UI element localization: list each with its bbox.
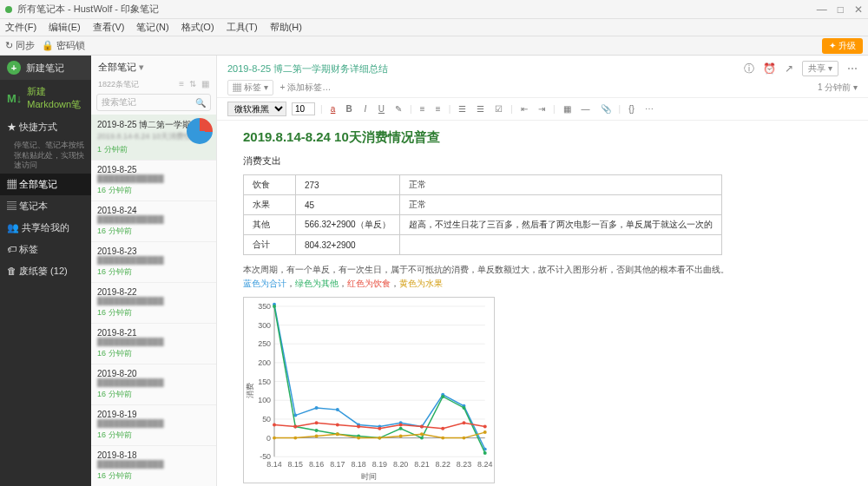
share-icon[interactable]: ↗ (785, 62, 793, 75)
svg-point-74 (483, 430, 487, 434)
font-select[interactable]: 微软雅黑 (227, 102, 286, 116)
note-list-item[interactable]: 2019-8-21████████████16 分钟前 (91, 324, 216, 364)
sidebar-notebooks[interactable]: ▤ 笔记本 (0, 195, 91, 217)
svg-point-57 (357, 425, 360, 429)
sidebar-trash[interactable]: 🗑 废纸篓 (12) (0, 260, 91, 282)
menu-item[interactable]: 笔记(N) (136, 21, 168, 34)
minimize-button[interactable]: — (817, 3, 827, 16)
svg-text:100: 100 (258, 396, 271, 404)
list-bullet-button[interactable]: ☰ (456, 103, 469, 115)
window-title: 所有笔记本 - HustWolf - 印象笔记 (17, 3, 817, 16)
svg-point-48 (399, 427, 403, 430)
new-markdown-button[interactable]: M↓ 新建Markdown笔 (0, 80, 91, 116)
svg-point-60 (420, 425, 424, 429)
tag-button[interactable]: ▦ 标签 ▾ (227, 80, 273, 95)
svg-point-69 (378, 437, 381, 440)
note-list-item[interactable]: 2019-8-22████████████16 分钟前 (91, 283, 216, 324)
upgrade-button[interactable]: ✦ 升级 (822, 38, 863, 54)
svg-text:200: 200 (258, 358, 271, 367)
svg-point-59 (399, 423, 403, 426)
menu-item[interactable]: 帮助(H) (270, 21, 302, 34)
add-tag-button[interactable]: + 添加标签… (280, 82, 332, 94)
svg-text:8.15: 8.15 (288, 460, 303, 469)
sidebar-shared[interactable]: 👥 共享给我的 (0, 217, 91, 239)
more-icon[interactable]: ⋯ (847, 62, 858, 75)
svg-point-70 (399, 434, 403, 437)
search-input[interactable]: 搜索笔记 🔍 (96, 94, 211, 111)
lock-button[interactable]: 🔒 密码锁 (42, 39, 85, 52)
table-button[interactable]: ▦ (561, 103, 574, 115)
highlight-button[interactable]: ✎ (392, 103, 404, 115)
svg-point-58 (378, 427, 381, 430)
svg-point-50 (441, 395, 444, 398)
reminder-icon[interactable]: ⏰ (763, 62, 776, 75)
svg-text:8.17: 8.17 (330, 460, 345, 469)
align-left-button[interactable]: ≡ (418, 103, 428, 115)
info-icon[interactable]: ⓘ (744, 62, 754, 76)
svg-point-56 (336, 423, 339, 426)
svg-point-67 (336, 432, 339, 436)
indent-out-button[interactable]: ⇤ (518, 103, 530, 115)
menu-item[interactable]: 工具(T) (227, 21, 258, 34)
indent-in-button[interactable]: ⇥ (536, 103, 548, 115)
svg-point-73 (462, 437, 465, 440)
svg-text:8.24: 8.24 (477, 460, 492, 469)
more-format-button[interactable]: ⋯ (642, 103, 656, 115)
close-button[interactable]: ✕ (854, 3, 863, 16)
italic-button[interactable]: I (360, 103, 371, 115)
svg-point-72 (441, 437, 444, 440)
markdown-icon: M↓ (7, 92, 22, 105)
svg-point-64 (273, 437, 276, 440)
hr-button[interactable]: — (579, 103, 593, 115)
svg-point-44 (315, 429, 319, 432)
notelist-title[interactable]: 全部笔记 (98, 61, 144, 74)
code-button[interactable]: {} (626, 103, 637, 115)
note-list-item[interactable]: 2019-8-23████████████16 分钟前 (91, 242, 216, 283)
note-list-item[interactable]: 2019-8-20████████████16 分钟前 (91, 364, 216, 405)
note-list-item[interactable]: 2019-8-24████████████16 分钟前 (91, 201, 216, 242)
svg-text:0: 0 (266, 434, 271, 443)
share-button[interactable]: 共享 ▾ (802, 61, 838, 76)
svg-text:消费: 消费 (246, 383, 254, 398)
font-color-button[interactable]: a (328, 103, 339, 115)
updated-time[interactable]: 1 分钟前 ▾ (818, 82, 858, 94)
menu-item[interactable]: 文件(F) (5, 21, 36, 34)
sidebar-shortcuts[interactable]: ★ 快捷方式 (0, 116, 91, 138)
menu-item[interactable]: 格式(O) (181, 21, 214, 34)
menu-item[interactable]: 编辑(E) (49, 21, 81, 34)
sync-button[interactable]: ↻ 同步 (5, 39, 35, 52)
note-list-item[interactable]: 2019-8-19████████████16 分钟前 (91, 405, 216, 446)
search-icon: 🔍 (195, 98, 206, 108)
menu-item[interactable]: 查看(V) (93, 21, 125, 34)
svg-text:8.21: 8.21 (414, 460, 429, 469)
sidebar-all-notes[interactable]: ▦ 全部笔记 (0, 174, 91, 195)
attach-button[interactable]: 📎 (598, 103, 614, 115)
note-list-item[interactable]: 2019-8-25 博二第一学期财务详...2019.8.14-8.24 10天… (91, 115, 216, 161)
svg-text:50: 50 (262, 415, 271, 424)
svg-point-51 (462, 406, 465, 410)
underline-button[interactable]: U (376, 103, 387, 115)
note-subtitle: 消费支出 (243, 154, 842, 167)
maximize-button[interactable]: □ (838, 3, 844, 16)
note-title[interactable]: 2019.8.14-8.24 10天消费情况普查 (243, 129, 842, 146)
list-number-button[interactable]: ☰ (474, 103, 487, 115)
size-input[interactable] (292, 102, 315, 115)
align-center-button[interactable]: ≡ (433, 103, 444, 115)
new-note-button[interactable]: + 新建笔记 (0, 56, 91, 80)
sidebar-tags[interactable]: 🏷 标签 (0, 239, 91, 260)
sidebar-shortcuts-hint: 停笔记、笔记本按纸张粘贴此处，实现快速访问 (0, 138, 91, 174)
breadcrumb[interactable]: 2019-8-25 博二第一学期财务详细总结 (227, 62, 744, 76)
view-icon[interactable]: ▦ (201, 79, 209, 90)
svg-point-61 (441, 427, 444, 430)
checkbox-button[interactable]: ☑ (492, 103, 505, 115)
note-paragraph-1: 本次周期，有一个单反，有一次生日，属于不可抵抗的消费，单反数额过大，故不计入图形… (243, 264, 842, 276)
svg-text:8.22: 8.22 (436, 460, 450, 469)
sort-icon[interactable]: ⇅ (189, 79, 196, 90)
note-list-item[interactable]: 2019-8-25████████████16 分钟前 (91, 161, 216, 201)
svg-point-65 (293, 437, 297, 440)
svg-text:时间: 时间 (361, 472, 377, 481)
filter-icon[interactable]: ≡ (179, 79, 184, 90)
bold-button[interactable]: B (344, 103, 355, 115)
note-list-item[interactable]: 2019-8-18████████████16 分钟前 (91, 446, 216, 486)
svg-point-42 (273, 305, 276, 308)
